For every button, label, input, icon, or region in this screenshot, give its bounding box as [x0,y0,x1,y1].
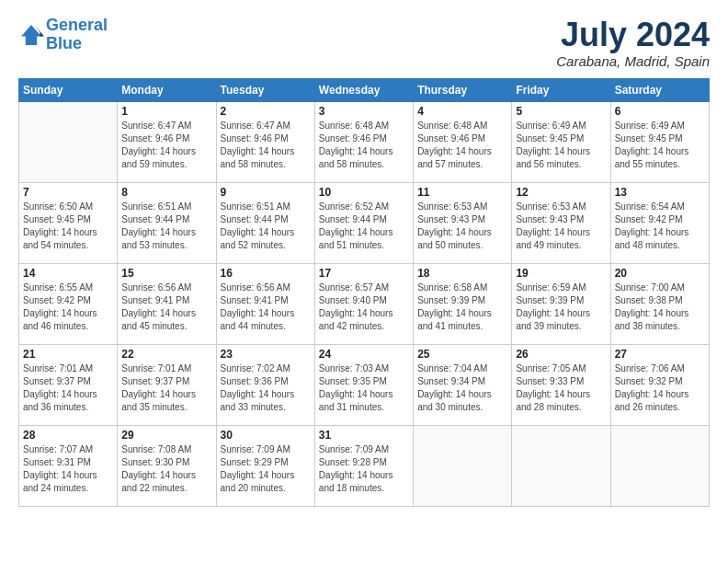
calendar-cell: 22Sunrise: 7:01 AM Sunset: 9:37 PM Dayli… [118,344,216,425]
day-info: Sunrise: 6:59 AM Sunset: 9:39 PM Dayligh… [516,282,606,333]
day-info: Sunrise: 6:51 AM Sunset: 9:44 PM Dayligh… [121,201,211,252]
calendar-cell [414,425,512,506]
calendar-cell: 20Sunrise: 7:00 AM Sunset: 9:38 PM Dayli… [610,263,709,344]
day-info: Sunrise: 7:06 AM Sunset: 9:32 PM Dayligh… [615,362,705,414]
calendar-cell [512,425,610,506]
calendar-cell: 10Sunrise: 6:52 AM Sunset: 9:44 PM Dayli… [314,182,413,263]
day-number: 2 [221,105,311,118]
day-number: 23 [221,348,311,361]
day-number: 27 [615,348,705,361]
column-header-thursday: Thursday [414,78,512,101]
calendar-cell: 31Sunrise: 7:09 AM Sunset: 9:28 PM Dayli… [314,425,413,506]
column-header-friday: Friday [512,78,610,101]
column-header-monday: Monday [118,78,216,101]
calendar-table: SundayMondayTuesdayWednesdayThursdayFrid… [18,78,710,507]
day-number: 8 [121,186,211,199]
day-number: 11 [417,186,507,199]
day-info: Sunrise: 7:09 AM Sunset: 9:28 PM Dayligh… [319,443,409,495]
day-info: Sunrise: 6:56 AM Sunset: 9:41 PM Dayligh… [121,282,211,333]
day-number: 12 [516,186,606,199]
logo-icon [18,22,44,48]
day-info: Sunrise: 6:49 AM Sunset: 9:45 PM Dayligh… [516,120,606,171]
calendar-cell: 17Sunrise: 6:57 AM Sunset: 9:40 PM Dayli… [314,263,413,344]
logo-line2: Blue [46,34,82,52]
day-number: 26 [516,348,606,361]
day-info: Sunrise: 6:47 AM Sunset: 9:46 PM Dayligh… [121,120,211,171]
location: Carabana, Madrid, Spain [556,53,710,69]
calendar-cell: 15Sunrise: 6:56 AM Sunset: 9:41 PM Dayli… [118,263,216,344]
day-info: Sunrise: 6:52 AM Sunset: 9:44 PM Dayligh… [319,201,409,252]
calendar-cell: 26Sunrise: 7:05 AM Sunset: 9:33 PM Dayli… [512,344,610,425]
header: General Blue July 2024 Carabana, Madrid,… [18,17,710,69]
column-header-wednesday: Wednesday [314,78,413,101]
day-info: Sunrise: 6:50 AM Sunset: 9:45 PM Dayligh… [23,201,113,252]
day-info: Sunrise: 6:49 AM Sunset: 9:45 PM Dayligh… [615,120,705,171]
logo-line1: General [46,16,108,34]
calendar-cell: 19Sunrise: 6:59 AM Sunset: 9:39 PM Dayli… [512,263,610,344]
day-number: 28 [23,429,113,442]
calendar-cell: 12Sunrise: 6:53 AM Sunset: 9:43 PM Dayli… [512,182,610,263]
day-number: 24 [319,348,409,361]
column-header-saturday: Saturday [610,78,709,101]
day-number: 10 [319,186,409,199]
calendar-cell: 29Sunrise: 7:08 AM Sunset: 9:30 PM Dayli… [118,425,216,506]
day-number: 18 [417,267,507,280]
calendar-week-row: 14Sunrise: 6:55 AM Sunset: 9:42 PM Dayli… [19,263,710,344]
day-number: 7 [23,186,113,199]
svg-marker-0 [21,25,41,45]
day-info: Sunrise: 6:54 AM Sunset: 9:42 PM Dayligh… [615,201,705,252]
day-info: Sunrise: 7:09 AM Sunset: 9:29 PM Dayligh… [221,443,311,495]
day-number: 9 [221,186,311,199]
day-number: 15 [121,267,211,280]
day-info: Sunrise: 6:55 AM Sunset: 9:42 PM Dayligh… [23,282,113,333]
calendar-cell: 21Sunrise: 7:01 AM Sunset: 9:37 PM Dayli… [19,344,118,425]
day-info: Sunrise: 6:51 AM Sunset: 9:44 PM Dayligh… [221,201,311,252]
calendar-cell: 11Sunrise: 6:53 AM Sunset: 9:43 PM Dayli… [414,182,512,263]
calendar-week-row: 28Sunrise: 7:07 AM Sunset: 9:31 PM Dayli… [19,425,710,506]
calendar-week-row: 21Sunrise: 7:01 AM Sunset: 9:37 PM Dayli… [19,344,710,425]
calendar-cell: 30Sunrise: 7:09 AM Sunset: 9:29 PM Dayli… [216,425,314,506]
day-number: 5 [516,105,606,118]
day-info: Sunrise: 7:01 AM Sunset: 9:37 PM Dayligh… [23,362,113,414]
day-info: Sunrise: 6:57 AM Sunset: 9:40 PM Dayligh… [319,282,409,333]
calendar-cell [610,425,709,506]
day-number: 6 [615,105,705,118]
calendar-cell: 25Sunrise: 7:04 AM Sunset: 9:34 PM Dayli… [414,344,512,425]
calendar-week-row: 7Sunrise: 6:50 AM Sunset: 9:45 PM Daylig… [19,182,710,263]
day-number: 31 [319,429,409,442]
column-header-tuesday: Tuesday [216,78,314,101]
day-number: 14 [23,267,113,280]
day-number: 19 [516,267,606,280]
day-info: Sunrise: 6:48 AM Sunset: 9:46 PM Dayligh… [319,120,409,171]
calendar-cell: 24Sunrise: 7:03 AM Sunset: 9:35 PM Dayli… [314,344,413,425]
logo: General Blue [18,17,108,53]
day-number: 25 [417,348,507,361]
day-number: 22 [121,348,211,361]
calendar-cell: 6Sunrise: 6:49 AM Sunset: 9:45 PM Daylig… [610,101,709,182]
day-info: Sunrise: 6:58 AM Sunset: 9:39 PM Dayligh… [417,282,507,333]
day-number: 20 [615,267,705,280]
column-header-sunday: Sunday [19,78,118,101]
day-info: Sunrise: 7:04 AM Sunset: 9:34 PM Dayligh… [417,362,507,414]
calendar-cell: 7Sunrise: 6:50 AM Sunset: 9:45 PM Daylig… [19,182,118,263]
day-number: 4 [417,105,507,118]
day-info: Sunrise: 7:05 AM Sunset: 9:33 PM Dayligh… [516,362,606,414]
day-number: 3 [319,105,409,118]
calendar-cell: 18Sunrise: 6:58 AM Sunset: 9:39 PM Dayli… [414,263,512,344]
title-block: July 2024 Carabana, Madrid, Spain [556,17,710,69]
day-info: Sunrise: 6:48 AM Sunset: 9:46 PM Dayligh… [417,120,507,171]
calendar-week-row: 1Sunrise: 6:47 AM Sunset: 9:46 PM Daylig… [19,101,710,182]
day-number: 1 [121,105,211,118]
day-info: Sunrise: 7:02 AM Sunset: 9:36 PM Dayligh… [221,362,311,414]
calendar-header-row: SundayMondayTuesdayWednesdayThursdayFrid… [19,78,710,101]
calendar-cell: 3Sunrise: 6:48 AM Sunset: 9:46 PM Daylig… [314,101,413,182]
calendar-cell: 5Sunrise: 6:49 AM Sunset: 9:45 PM Daylig… [512,101,610,182]
day-info: Sunrise: 6:53 AM Sunset: 9:43 PM Dayligh… [516,201,606,252]
calendar-cell: 9Sunrise: 6:51 AM Sunset: 9:44 PM Daylig… [216,182,314,263]
day-info: Sunrise: 7:08 AM Sunset: 9:30 PM Dayligh… [121,443,211,495]
calendar-cell: 23Sunrise: 7:02 AM Sunset: 9:36 PM Dayli… [216,344,314,425]
calendar-cell: 16Sunrise: 6:56 AM Sunset: 9:41 PM Dayli… [216,263,314,344]
day-number: 29 [121,429,211,442]
calendar-cell: 28Sunrise: 7:07 AM Sunset: 9:31 PM Dayli… [19,425,118,506]
calendar-cell: 8Sunrise: 6:51 AM Sunset: 9:44 PM Daylig… [118,182,216,263]
